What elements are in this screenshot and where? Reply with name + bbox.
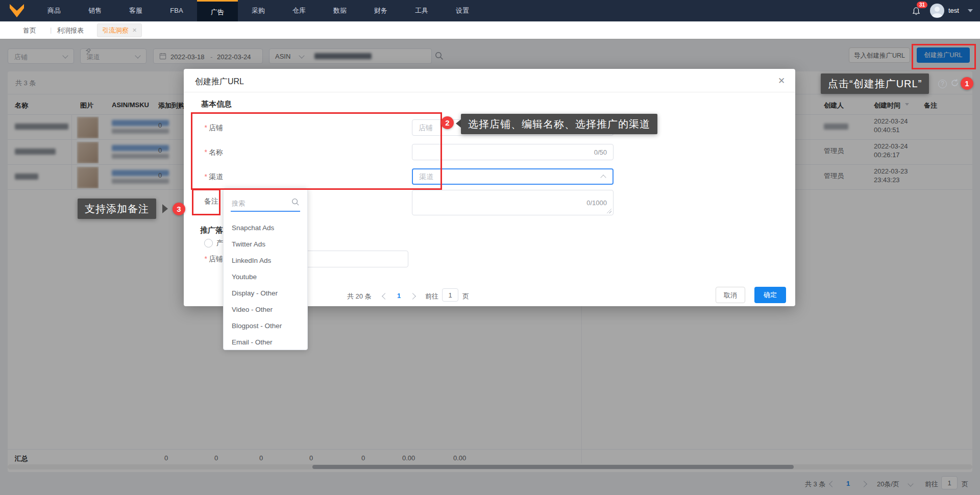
app-logo-icon[interactable]	[8, 3, 26, 18]
chevron-up-icon	[600, 175, 606, 180]
channel-option[interactable]: Blogpost - Other	[232, 322, 282, 330]
search-icon	[291, 198, 300, 206]
dialog-close-icon[interactable]: ✕	[778, 76, 785, 86]
annotation-tooltip-step2: 选择店铺、编辑名称、选择推广的渠道	[461, 114, 657, 134]
confirm-button[interactable]: 确定	[754, 287, 786, 303]
nav-item-purchase[interactable]: 采购	[238, 0, 279, 21]
dialog-current-page[interactable]: 1	[397, 292, 401, 300]
breadcrumb-favorite[interactable]: 利润报表	[57, 26, 84, 35]
top-navbar: 商品 销售 客服 FBA 广告 采购 仓库 数据 财务 工具 设置 31 tes…	[0, 0, 980, 21]
dropdown-search-placeholder: 搜索	[232, 199, 245, 208]
channel-select[interactable]: 渠道	[412, 168, 614, 185]
required-asterisk: *	[205, 255, 207, 263]
annotation-badge-3: 3	[173, 203, 185, 215]
tab-traffic-insight[interactable]: 引流洞察 ✕	[97, 23, 142, 37]
nav-item-service[interactable]: 客服	[115, 0, 156, 21]
nav-item-finance[interactable]: 财务	[360, 0, 401, 21]
dialog-pagination-total: 共 20 条	[347, 292, 372, 301]
avatar[interactable]	[930, 4, 944, 18]
refresh-icon[interactable]	[950, 79, 959, 87]
cancel-button[interactable]: 取消	[716, 287, 745, 303]
dialog-title: 创建推广URL	[195, 77, 244, 87]
annotation-box-basic-fields	[191, 112, 442, 190]
note-char-counter: 0/1000	[586, 199, 607, 207]
annotation-badge-2: 2	[441, 116, 454, 129]
nav-item-products[interactable]: 商品	[34, 0, 75, 21]
dialog-page-unit: 页	[462, 292, 469, 301]
channel-option[interactable]: Video - Other	[232, 306, 273, 313]
dropdown-search-input[interactable]: 搜索	[231, 196, 300, 210]
help-icon[interactable]: ?	[938, 80, 947, 88]
product-radio-label: 产	[216, 239, 224, 248]
channel-option[interactable]: Youtube	[232, 273, 257, 281]
note-textarea[interactable]: 0/1000	[412, 190, 614, 215]
tab-close-icon[interactable]: ✕	[132, 27, 137, 34]
channel-option[interactable]: Twitter Ads	[232, 240, 265, 248]
dialog-goto-label: 前往	[425, 292, 438, 301]
annotation-arrow-right	[162, 204, 168, 213]
section-basic-info: 基本信息	[201, 100, 232, 109]
breadcrumb-bar: 首页 | 利润报表 引流洞察 ✕	[0, 21, 980, 39]
channel-option[interactable]: Snapchat Ads	[232, 224, 274, 232]
dialog-next-page-icon[interactable]	[409, 293, 416, 300]
dialog-prev-page-icon[interactable]	[382, 293, 388, 300]
annotation-tooltip-step1: 点击“创建推广URL”	[821, 73, 929, 94]
nav-item-tools[interactable]: 工具	[401, 0, 442, 21]
channel-option[interactable]: Display - Other	[232, 289, 278, 297]
notification-badge[interactable]: 31	[917, 2, 927, 8]
nav-item-warehouse[interactable]: 仓库	[279, 0, 320, 21]
name-input[interactable]: 0/50	[412, 144, 614, 160]
url-shop-label: *店铺	[191, 255, 223, 264]
name-char-counter: 0/50	[594, 148, 607, 156]
tab-label: 引流洞察	[102, 26, 129, 35]
nav-item-settings[interactable]: 设置	[442, 0, 483, 21]
channel-option[interactable]: LinkedIn Ads	[232, 257, 271, 264]
nav-item-fba[interactable]: FBA	[156, 0, 197, 21]
nav-item-data[interactable]: 数据	[320, 0, 360, 21]
channel-dropdown-panel: 搜索 Snapchat Ads Twitter Ads LinkedIn Ads…	[223, 188, 308, 350]
annotation-box-note-label	[192, 189, 220, 215]
dialog-goto-page-input[interactable]	[442, 288, 458, 302]
breadcrumb-divider: |	[50, 26, 52, 34]
nav-item-sales[interactable]: 销售	[75, 0, 115, 21]
annotation-badge-1: 1	[961, 77, 973, 90]
user-caret-icon[interactable]	[968, 9, 973, 12]
username[interactable]: test	[948, 7, 959, 14]
product-radio[interactable]	[204, 239, 213, 247]
resize-handle[interactable]	[607, 209, 611, 213]
breadcrumb-home[interactable]: 首页	[23, 26, 36, 35]
annotation-box-create-button	[912, 44, 976, 69]
channel-option[interactable]: Email - Other	[232, 338, 273, 346]
annotation-arrow-left	[456, 119, 461, 128]
annotation-tooltip-step3: 支持添加备注	[78, 199, 156, 219]
nav-item-ads[interactable]: 广告	[197, 0, 238, 21]
